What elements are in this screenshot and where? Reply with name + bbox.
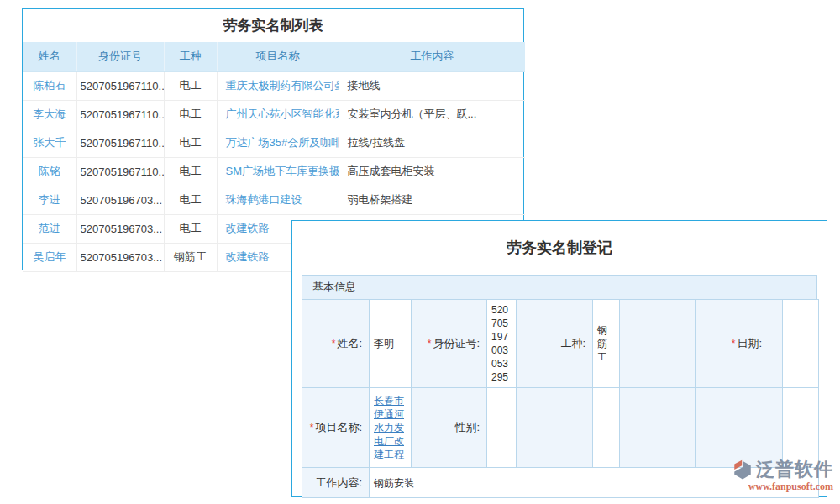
vendor-name: 泛普软件 bbox=[756, 457, 833, 482]
worker-trade-cell: 电工 bbox=[164, 129, 217, 157]
worker-id-cell: 520705196703... bbox=[76, 186, 164, 214]
work-content-cell: 接地线 bbox=[339, 71, 525, 100]
list-panel-title: 劳务实名制列表 bbox=[23, 9, 523, 42]
name-field[interactable]: 李明 bbox=[370, 300, 412, 388]
empty-value-cell bbox=[783, 388, 819, 468]
project-link[interactable]: 珠海鹤港口建设 bbox=[217, 186, 339, 214]
name-label: *姓名: bbox=[302, 300, 370, 388]
vendor-watermark: 泛普软件 www.fanpusoft.com bbox=[732, 457, 833, 493]
worker-name-link[interactable]: 陈柏石 bbox=[23, 71, 76, 100]
project-link[interactable]: SM广场地下车库更换摄... bbox=[217, 157, 339, 186]
project-link[interactable]: 万达广场35#会所及咖啡... bbox=[217, 129, 339, 157]
work-content-label: 工作内容: bbox=[302, 468, 370, 498]
worker-trade-cell: 电工 bbox=[164, 100, 217, 129]
date-field[interactable] bbox=[783, 300, 819, 388]
worker-id-cell: 520705196703... bbox=[76, 243, 164, 271]
work-content-cell: 高压成套电柜安装 bbox=[339, 157, 525, 186]
worker-id-cell: 5207051967110... bbox=[76, 157, 164, 186]
col-header-trade: 工种 bbox=[164, 42, 217, 71]
worker-id-cell: 5207051967110... bbox=[76, 129, 164, 157]
work-content-cell: 拉线/拉线盘 bbox=[339, 129, 525, 157]
empty-value-cell bbox=[593, 388, 620, 468]
worker-trade-cell: 电工 bbox=[164, 71, 217, 100]
empty-label-cell bbox=[696, 388, 783, 468]
trade-field[interactable]: 钢筋工 bbox=[593, 300, 620, 388]
gender-field[interactable] bbox=[487, 388, 517, 468]
section-header-basic-info: 基本信息 bbox=[302, 275, 817, 300]
worker-trade-cell: 电工 bbox=[164, 186, 217, 214]
project-link[interactable]: 重庆太极制药有限公司毫... bbox=[217, 71, 339, 100]
vendor-url: www.fanpusoft.com bbox=[748, 480, 833, 493]
table-row: 李进 520705196703... 电工 珠海鹤港口建设 弱电桥架搭建 bbox=[23, 186, 525, 214]
empty-label-cell bbox=[620, 300, 696, 388]
col-header-name: 姓名 bbox=[23, 42, 76, 71]
worker-id-cell: 5207051967110... bbox=[76, 100, 164, 129]
col-header-project: 项目名称 bbox=[217, 42, 339, 71]
worker-name-link[interactable]: 李大海 bbox=[23, 100, 76, 129]
project-name-field[interactable]: 长春市伊通河水力发电厂改建工程 bbox=[370, 388, 412, 468]
table-row: 陈柏石 5207051967110... 电工 重庆太极制药有限公司毫... 接… bbox=[23, 71, 525, 100]
worker-name-link[interactable]: 张大千 bbox=[23, 129, 76, 157]
project-name-link[interactable]: 长春市伊通河水力发电厂改建工程 bbox=[374, 395, 404, 460]
worker-trade-cell: 钢筋工 bbox=[164, 243, 217, 271]
table-row: 陈铭 5207051967110... 电工 SM广场地下车库更换摄... 高压… bbox=[23, 157, 525, 186]
form-panel-title: 劳务实名制登记 bbox=[292, 221, 827, 275]
worker-name-link[interactable]: 范进 bbox=[23, 214, 76, 243]
trade-label: 工种: bbox=[517, 300, 593, 388]
table-header-row: 姓名 身份证号 工种 项目名称 工作内容 bbox=[23, 42, 525, 71]
worker-name-link[interactable]: 陈铭 bbox=[23, 157, 76, 186]
worker-id-cell: 520705196703... bbox=[76, 214, 164, 243]
worker-name-link[interactable]: 吴启年 bbox=[23, 243, 76, 271]
col-header-work: 工作内容 bbox=[339, 42, 525, 71]
required-asterisk: * bbox=[310, 422, 314, 433]
worker-trade-cell: 电工 bbox=[164, 214, 217, 243]
required-asterisk: * bbox=[428, 338, 432, 349]
empty-label-cell bbox=[517, 388, 593, 468]
table-row: 李大海 5207051967110... 电工 广州天心苑小区智能化系... 安… bbox=[23, 100, 525, 129]
empty-label-cell bbox=[620, 388, 696, 468]
worker-id-cell: 5207051967110... bbox=[76, 71, 164, 100]
id-number-label: *身份证号: bbox=[412, 300, 487, 388]
date-label: *日期: bbox=[696, 300, 783, 388]
project-link[interactable]: 广州天心苑小区智能化系... bbox=[217, 100, 339, 129]
registration-form-panel: 劳务实名制登记 基本信息 *姓名: 李明 *身份证号: 520705197003… bbox=[291, 220, 827, 497]
project-name-label: *项目名称: bbox=[302, 388, 370, 468]
work-content-cell: 安装室内分机（平层、跃... bbox=[339, 100, 525, 129]
col-header-id: 身份证号 bbox=[76, 42, 164, 71]
id-number-field[interactable]: 520705197003053295 bbox=[487, 300, 517, 388]
worker-name-link[interactable]: 李进 bbox=[23, 186, 76, 214]
gender-label: 性别: bbox=[412, 388, 487, 468]
fanpu-logo-icon bbox=[732, 459, 753, 480]
required-asterisk: * bbox=[332, 338, 336, 349]
worker-trade-cell: 电工 bbox=[164, 157, 217, 186]
required-asterisk: * bbox=[732, 338, 736, 349]
work-content-cell: 弱电桥架搭建 bbox=[339, 186, 525, 214]
table-row: 张大千 5207051967110... 电工 万达广场35#会所及咖啡... … bbox=[23, 129, 525, 157]
